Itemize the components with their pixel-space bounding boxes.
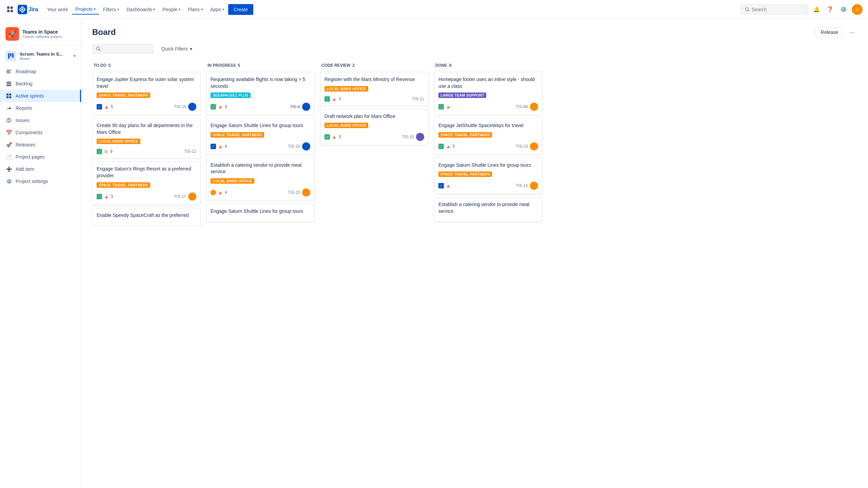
card-id: TIS-12 (184, 149, 196, 154)
card[interactable]: Create 90 day plans for all departments … (92, 118, 201, 159)
card-assignee-avatar (302, 142, 310, 150)
sidebar-item-components[interactable]: 📅 Components (0, 126, 81, 139)
search-box[interactable] (741, 4, 808, 15)
card-title: Engage Saturn's Rings Resort as a prefer… (97, 166, 196, 179)
card-footer: ✓▲3TIS-15 (324, 133, 424, 141)
column-count-inprogress: 5 (238, 63, 240, 68)
card-count: 3 (339, 97, 341, 101)
column-header-todo: TO DO 5 (92, 60, 201, 72)
quick-filters-chevron-icon: ▾ (190, 46, 192, 52)
plans-chevron-icon: ▾ (201, 7, 203, 11)
card[interactable]: Engage Saturn Shuttle Lines for group to… (434, 158, 542, 195)
nav-your-work[interactable]: Your work (43, 5, 71, 14)
release-button[interactable]: Release (815, 27, 844, 37)
card[interactable]: Engage JetShuttle SpaceWays for travelSP… (434, 118, 542, 155)
nav-apps[interactable]: Apps ▾ (207, 5, 228, 14)
card[interactable]: Engage Saturn's Rings Resort as a prefer… (92, 161, 201, 205)
search-icon (745, 7, 750, 12)
nav-plans[interactable]: Plans ▾ (184, 5, 206, 14)
sidebar-item-reports[interactable]: Reports (0, 102, 81, 114)
create-button[interactable]: Create (228, 4, 253, 15)
jira-logo[interactable]: Jira (18, 5, 38, 14)
card-count: 9 (110, 149, 113, 154)
card-id: TIS-25 (174, 104, 186, 109)
svg-line-7 (748, 10, 750, 12)
priority-up-icon: ▲ (446, 104, 451, 109)
card-footer-right: TIS-25 (174, 103, 196, 111)
card[interactable]: Draft network plan for Mars OfficeLOCAL … (320, 109, 429, 146)
help-button[interactable]: ❓ (825, 4, 835, 15)
card[interactable]: Engage Jupiter Express for outer solar s… (92, 72, 201, 115)
notifications-button[interactable]: 🔔 (811, 4, 822, 15)
card-footer: ✓▲TIS-15 (438, 182, 538, 190)
story-icon: ↑ (324, 96, 330, 102)
sprints-icon (5, 93, 12, 99)
card-footer-right: TIS-23 (516, 142, 538, 150)
settings-button[interactable]: ⚙️ (838, 4, 849, 15)
sidebar-project-header[interactable]: 🚀 Teams in Space Classic software projec… (0, 24, 81, 45)
quick-filters-button[interactable]: Quick Filters ▾ (157, 44, 196, 54)
sidebar-item-project-settings[interactable]: ⚙️ Project settings (0, 175, 81, 187)
sidebar-item-releases[interactable]: 🚀 Releases (0, 139, 81, 151)
nav-projects[interactable]: Projects ▾ (72, 4, 99, 15)
sidebar-item-project-pages[interactable]: 📄 Project pages (0, 151, 81, 163)
card-assignee-avatar (302, 188, 310, 197)
search-input[interactable] (752, 7, 799, 12)
sidebar-item-roadmap[interactable]: Roadmap (0, 65, 81, 78)
card-assignee-avatar (530, 142, 538, 150)
svg-rect-13 (6, 85, 11, 86)
column-cards-inprogress: Requesting available flights is now taki… (206, 72, 315, 222)
card[interactable]: Homepage footer uses an inline style - s… (434, 72, 542, 115)
card[interactable]: Engage Saturn Shuttle Lines for group to… (206, 204, 315, 222)
project-name: Teams in Space (22, 29, 76, 35)
scrum-info: Scrum: Teams in S... Board (20, 52, 70, 61)
priority-up-icon: ▲ (104, 104, 109, 109)
card-count: 4 (225, 144, 227, 149)
nav-filters[interactable]: Filters ▾ (100, 5, 122, 14)
nav-dashboards[interactable]: Dashboards ▾ (123, 5, 159, 14)
board-search[interactable] (92, 44, 153, 54)
add-icon: ➕ (5, 166, 12, 172)
sidebar-item-backlog[interactable]: Backlog (0, 78, 81, 90)
column-done: DONE 8Homepage footer uses an inline sty… (434, 60, 542, 222)
user-avatar[interactable]: U (852, 4, 863, 15)
card[interactable]: Requesting available flights is now taki… (206, 72, 315, 115)
card[interactable]: Establish a catering vendor to provide m… (434, 197, 542, 222)
story-icon: ↑ (97, 149, 102, 154)
card-count: 3 (111, 194, 113, 199)
projects-chevron-icon: ▾ (94, 7, 96, 11)
apps-chevron-icon: ▾ (222, 7, 224, 11)
card[interactable]: Establish a catering vendor to provide m… (206, 158, 315, 201)
sidebar-item-active-sprints[interactable]: Active sprints (0, 90, 81, 102)
nav-people[interactable]: People ▾ (159, 5, 184, 14)
scrum-chevron-icon: ▾ (74, 54, 76, 58)
card[interactable]: Engage Saturn Shuttle Lines for group to… (206, 118, 315, 155)
card-footer-right: TIS-15 (402, 133, 424, 141)
card[interactable]: Register with the Mars Ministry of Reven… (320, 72, 429, 106)
svg-rect-12 (6, 83, 11, 84)
story-icon: ↑ (438, 144, 444, 149)
project-info: Teams in Space Classic software project (22, 29, 76, 39)
scrum-name: Scrum: Teams in S... (20, 52, 70, 57)
card-label: LOCAL MARS OFFICE (97, 139, 140, 144)
svg-point-20 (8, 121, 9, 122)
card-title: Create 90 day plans for all departments … (97, 122, 196, 136)
column-codereview: CODE REVIEW 2Register with the Mars Mini… (320, 60, 429, 145)
story-icon: ↑ (211, 104, 216, 109)
scrum-board-section[interactable]: Scrum: Teams in S... Board ▾ (0, 48, 81, 64)
priority-up-icon: ▲ (104, 194, 109, 199)
svg-rect-16 (6, 96, 8, 98)
scrum-icon (5, 50, 16, 61)
card-assignee-avatar (416, 133, 424, 141)
more-options-button[interactable]: ··· (847, 27, 857, 37)
priority-up-icon: ▲ (446, 183, 451, 188)
priority-up-icon: ▲ (332, 134, 337, 140)
card-footer-right: TIS-15 (288, 188, 310, 197)
sidebar-item-add-item[interactable]: ➕ Add item (0, 163, 81, 175)
card[interactable]: Enable Speedy SpaceCraft as the preferre… (92, 208, 201, 226)
card-title: Requesting available flights is now taki… (211, 76, 310, 89)
grid-icon[interactable] (5, 5, 15, 14)
card-count: 3 (225, 104, 227, 109)
card-label: SEESPACEEZ PLUS (211, 93, 251, 98)
sidebar-item-issues[interactable]: Issues (0, 114, 81, 126)
